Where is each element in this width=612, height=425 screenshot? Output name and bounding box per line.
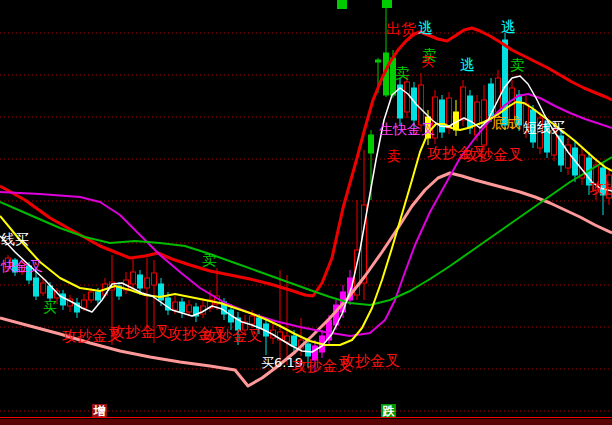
candle-body <box>131 272 136 284</box>
signal-label: 快金叉 <box>0 258 43 274</box>
candle-body <box>145 278 150 288</box>
candle-body <box>461 87 466 120</box>
candle-body <box>138 275 143 288</box>
candle-body <box>34 278 39 296</box>
signal-label: 出货 <box>386 20 416 38</box>
signal-label: 底成 <box>491 114 521 132</box>
signal-label: 攻抄金叉 <box>463 146 523 164</box>
signal-label: 卖 <box>395 64 410 82</box>
signal-label: 买 <box>43 299 57 315</box>
candle-body <box>96 292 101 300</box>
candle-body <box>82 300 87 308</box>
candle-body <box>447 98 452 128</box>
bottom-scroll-strip[interactable] <box>0 419 612 425</box>
candle-body <box>503 40 508 125</box>
candle-body <box>405 82 410 112</box>
stock-chart-pane: 出货逃逃卖买卖逃卖生快金叉卖攻抄金叉攻抄金叉底成短线买线买快金叉买卖攻抄金叉攻抄… <box>0 0 612 425</box>
fall-marker-badge: 跌 <box>381 404 396 418</box>
candle-body <box>152 273 157 285</box>
candle-body <box>306 344 311 356</box>
signal-label: 卖 <box>510 56 525 74</box>
ma-green <box>0 157 612 305</box>
candle-body <box>41 283 46 293</box>
signal-label: 买 <box>421 54 434 69</box>
candle-body <box>475 102 480 135</box>
signal-label: 卖 <box>202 251 217 269</box>
rise-marker-badge: 增 <box>92 404 107 418</box>
candle-body <box>468 96 473 128</box>
candle-body <box>173 302 178 310</box>
signal-label: 卖 <box>387 148 401 164</box>
signal-label: 线买 <box>1 231 29 247</box>
signal-label: 逃 <box>418 19 433 37</box>
ma-yellow <box>0 102 612 345</box>
gap-candle-box <box>382 0 392 8</box>
candle-body <box>369 135 374 153</box>
candle-body <box>187 305 192 312</box>
signal-label: 逃 <box>460 56 475 74</box>
signal-label: 攻抄金叉 <box>589 179 612 197</box>
candle-body <box>61 294 66 305</box>
candle-body <box>376 60 381 62</box>
gap-candle-box <box>337 0 347 9</box>
signal-label: 攻抄金叉 <box>202 327 262 345</box>
candle-body <box>292 336 297 346</box>
signal-label: 短线买 <box>523 119 565 135</box>
candle-body <box>419 85 424 125</box>
signal-label: 攻抄金叉 <box>110 323 170 341</box>
candle-body <box>89 292 94 300</box>
bottom-axis-line <box>0 417 612 418</box>
candle-body <box>250 316 255 324</box>
signal-label: 生快金叉 <box>379 121 435 137</box>
candle-body <box>180 302 185 312</box>
candlestick-chart[interactable]: 出货逃逃卖买卖逃卖生快金叉卖攻抄金叉攻抄金叉底成短线买线买快金叉买卖攻抄金叉攻抄… <box>0 0 612 425</box>
signal-label: 攻抄金叉 <box>340 352 400 370</box>
signal-label: 逃 <box>501 18 516 36</box>
